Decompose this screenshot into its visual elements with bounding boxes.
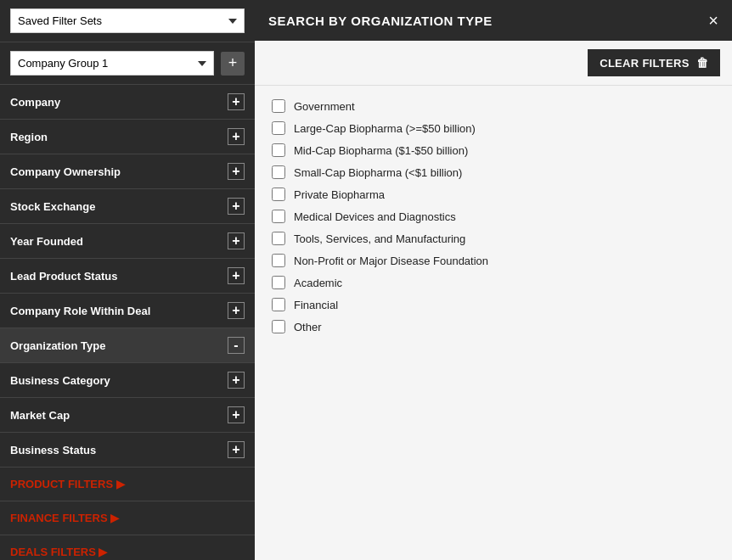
filter-section-label-lead-product-status: Lead Product Status bbox=[10, 270, 117, 283]
add-group-button[interactable]: + bbox=[221, 52, 245, 76]
company-group-select[interactable]: Company Group 1 bbox=[10, 51, 214, 76]
panel-toolbar: CLEAR FILTERS 🗑 bbox=[255, 41, 732, 86]
filter-section-company: Company+ bbox=[0, 85, 255, 120]
checkbox-item-financial[interactable]: Financial bbox=[272, 298, 715, 311]
checkbox-label-government: Government bbox=[294, 100, 355, 113]
filter-toggle-business-category[interactable]: + bbox=[228, 372, 245, 389]
sidebar: Saved Filter Sets Company Group 1 + Comp… bbox=[0, 0, 255, 560]
checkbox-item-academic[interactable]: Academic bbox=[272, 276, 715, 289]
filter-section-header-market-cap[interactable]: Market Cap+ bbox=[0, 398, 255, 432]
saved-filter-sets-section: Saved Filter Sets bbox=[0, 0, 255, 42]
checkbox-item-mid-cap-biopharma[interactable]: Mid-Cap Biopharma ($1-$50 billion) bbox=[272, 143, 715, 157]
filter-section-label-stock-exchange: Stock Exchange bbox=[10, 200, 95, 213]
filter-section-business-status: Business Status+ bbox=[0, 433, 255, 468]
filter-section-header-lead-product-status[interactable]: Lead Product Status+ bbox=[0, 259, 255, 293]
filter-section-company-role: Company Role Within Deal+ bbox=[0, 294, 255, 328]
checkbox-tools-services[interactable] bbox=[272, 232, 285, 245]
panel-header: SEARCH BY ORGANIZATION TYPE × bbox=[255, 0, 732, 41]
filter-section-label-region: Region bbox=[10, 131, 48, 143]
filter-section-label-company: Company bbox=[10, 96, 60, 109]
filter-section-header-year-founded[interactable]: Year Founded+ bbox=[0, 224, 255, 258]
checkbox-label-large-cap-biopharma: Large-Cap Biopharma (>=$50 billion) bbox=[294, 122, 476, 135]
checkbox-label-tools-services: Tools, Services, and Manufacturing bbox=[294, 232, 465, 245]
checkbox-private-biopharma[interactable] bbox=[272, 188, 285, 201]
checkbox-item-small-cap-biopharma[interactable]: Small-Cap Biopharma (<$1 billion) bbox=[272, 165, 715, 179]
filter-section-header-stock-exchange[interactable]: Stock Exchange+ bbox=[0, 189, 255, 223]
filter-section-lead-product-status: Lead Product Status+ bbox=[0, 259, 255, 294]
close-button[interactable]: × bbox=[708, 12, 718, 29]
filter-section-company-ownership: Company Ownership+ bbox=[0, 154, 255, 189]
filter-toggle-company-ownership[interactable]: + bbox=[228, 163, 245, 180]
checkbox-item-tools-services[interactable]: Tools, Services, and Manufacturing bbox=[272, 232, 715, 245]
filter-section-header-region[interactable]: Region+ bbox=[0, 120, 255, 154]
checkbox-item-private-biopharma[interactable]: Private Biopharma bbox=[272, 188, 715, 201]
checkbox-large-cap-biopharma[interactable] bbox=[272, 121, 285, 135]
filter-section-label-year-founded: Year Founded bbox=[10, 235, 83, 248]
checkbox-other[interactable] bbox=[272, 320, 285, 333]
trash-icon: 🗑 bbox=[696, 56, 708, 70]
checkbox-label-financial: Financial bbox=[294, 299, 338, 311]
panel-title: SEARCH BY ORGANIZATION TYPE bbox=[268, 14, 493, 28]
filter-section-label-business-category: Business Category bbox=[10, 374, 110, 387]
filter-toggle-company[interactable]: + bbox=[228, 93, 245, 110]
filter-section-year-founded: Year Founded+ bbox=[0, 224, 255, 259]
filter-section-label-company-role: Company Role Within Deal bbox=[10, 305, 150, 317]
checkbox-small-cap-biopharma[interactable] bbox=[272, 165, 285, 179]
filter-section-header-business-status[interactable]: Business Status+ bbox=[0, 433, 255, 467]
checkbox-item-other[interactable]: Other bbox=[272, 320, 715, 333]
clear-filters-label: CLEAR FILTERS bbox=[600, 57, 690, 70]
filter-sections: Company+Region+Company Ownership+Stock E… bbox=[0, 85, 255, 468]
filter-toggle-region[interactable]: + bbox=[228, 128, 245, 145]
filter-toggle-year-founded[interactable]: + bbox=[228, 232, 245, 249]
filter-section-header-business-category[interactable]: Business Category+ bbox=[0, 363, 255, 397]
checkboxes-list: GovernmentLarge-Cap Biopharma (>=$50 bil… bbox=[255, 86, 732, 560]
finance-filters-link[interactable]: FINANCE FILTERS ▶ bbox=[0, 501, 255, 535]
checkbox-government[interactable] bbox=[272, 99, 285, 113]
checkbox-label-mid-cap-biopharma: Mid-Cap Biopharma ($1-$50 billion) bbox=[294, 144, 468, 157]
company-group-row: Company Group 1 + bbox=[0, 42, 255, 85]
checkbox-academic[interactable] bbox=[272, 276, 285, 289]
checkbox-label-other: Other bbox=[294, 321, 322, 333]
checkbox-label-non-profit: Non-Profit or Major Disease Foundation bbox=[294, 255, 488, 267]
filter-toggle-stock-exchange[interactable]: + bbox=[228, 198, 245, 215]
filter-toggle-company-role[interactable]: + bbox=[228, 302, 245, 319]
filter-section-label-market-cap: Market Cap bbox=[10, 409, 70, 422]
filter-toggle-lead-product-status[interactable]: + bbox=[228, 267, 245, 284]
filter-section-header-company[interactable]: Company+ bbox=[0, 85, 255, 119]
filter-section-label-company-ownership: Company Ownership bbox=[10, 165, 121, 178]
checkbox-non-profit[interactable] bbox=[272, 254, 285, 267]
filter-section-stock-exchange: Stock Exchange+ bbox=[0, 189, 255, 224]
filter-section-label-business-status: Business Status bbox=[10, 444, 96, 456]
checkbox-label-private-biopharma: Private Biopharma bbox=[294, 188, 385, 201]
clear-filters-button[interactable]: CLEAR FILTERS 🗑 bbox=[588, 49, 720, 76]
filter-toggle-business-status[interactable]: + bbox=[228, 441, 245, 458]
checkbox-label-academic: Academic bbox=[294, 277, 342, 289]
filter-section-header-company-ownership[interactable]: Company Ownership+ bbox=[0, 154, 255, 188]
product-filters-link[interactable]: PRODUCT FILTERS ▶ bbox=[0, 468, 255, 501]
filter-section-header-company-role[interactable]: Company Role Within Deal+ bbox=[0, 294, 255, 328]
filter-section-header-organization-type[interactable]: Organization Type- bbox=[0, 328, 255, 362]
main-panel: SEARCH BY ORGANIZATION TYPE × CLEAR FILT… bbox=[255, 0, 732, 560]
checkbox-label-small-cap-biopharma: Small-Cap Biopharma (<$1 billion) bbox=[294, 166, 462, 179]
checkbox-item-government[interactable]: Government bbox=[272, 99, 715, 113]
filter-section-region: Region+ bbox=[0, 120, 255, 154]
filter-section-label-organization-type: Organization Type bbox=[10, 339, 105, 352]
checkbox-item-large-cap-biopharma[interactable]: Large-Cap Biopharma (>=$50 billion) bbox=[272, 121, 715, 135]
saved-filter-sets-select[interactable]: Saved Filter Sets bbox=[10, 8, 245, 33]
filter-section-market-cap: Market Cap+ bbox=[0, 398, 255, 433]
checkbox-medical-devices[interactable] bbox=[272, 210, 285, 223]
checkbox-item-non-profit[interactable]: Non-Profit or Major Disease Foundation bbox=[272, 254, 715, 267]
checkbox-item-medical-devices[interactable]: Medical Devices and Diagnostics bbox=[272, 210, 715, 223]
deals-filters-link[interactable]: DEALS FILTERS ▶ bbox=[0, 535, 255, 560]
checkbox-financial[interactable] bbox=[272, 298, 285, 311]
filter-section-organization-type: Organization Type- bbox=[0, 328, 255, 363]
filter-section-business-category: Business Category+ bbox=[0, 363, 255, 398]
checkbox-mid-cap-biopharma[interactable] bbox=[272, 143, 285, 157]
filter-toggle-organization-type[interactable]: - bbox=[228, 337, 245, 354]
checkbox-label-medical-devices: Medical Devices and Diagnostics bbox=[294, 210, 456, 223]
filter-toggle-market-cap[interactable]: + bbox=[228, 406, 245, 423]
